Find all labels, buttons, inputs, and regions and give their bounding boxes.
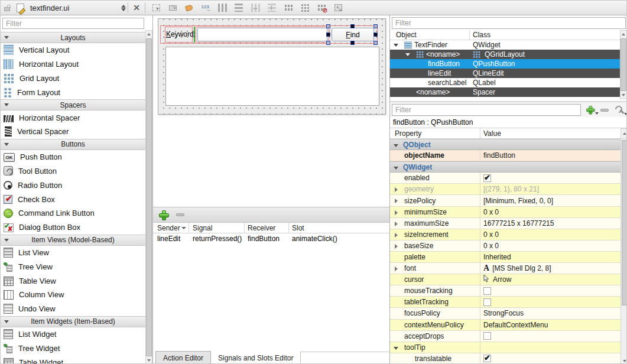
widget-box-scrollbar-thumb[interactable] bbox=[146, 38, 152, 356]
object-inspector-row-findButton[interactable]: findButtonQPushButton bbox=[390, 59, 620, 69]
widget-box-section-item-views-model-based-[interactable]: Item Views (Model-Based) bbox=[1, 235, 145, 246]
expand-arrow-icon[interactable] bbox=[395, 199, 398, 203]
collapse-arrow-icon[interactable] bbox=[394, 144, 398, 147]
edit-signals-slots-icon[interactable] bbox=[167, 2, 178, 14]
property-row-qobject[interactable]: QObject bbox=[390, 139, 620, 150]
widget-box-scrollbar[interactable] bbox=[145, 30, 152, 364]
selection-handle[interactable] bbox=[373, 41, 378, 45]
layout-vertical-splitter-icon[interactable] bbox=[266, 2, 278, 14]
scroll-down-icon[interactable] bbox=[620, 92, 626, 99]
expand-arrow-icon[interactable] bbox=[395, 244, 398, 249]
spin-up-icon[interactable] bbox=[121, 5, 126, 8]
property-value[interactable] bbox=[483, 174, 491, 182]
property-row-enabled[interactable]: enabled bbox=[390, 173, 620, 184]
object-inspector-row-noname[interactable]: <noname>Spacer bbox=[390, 87, 620, 97]
add-connection-button[interactable] bbox=[158, 210, 168, 220]
widget-box-item-list-widget[interactable]: List Widget bbox=[1, 327, 145, 342]
collapse-arrow-icon[interactable] bbox=[394, 167, 398, 170]
property-value[interactable]: Inherited bbox=[483, 253, 511, 261]
widget-box-item-dialog-button-box[interactable]: Dialog Button Box bbox=[1, 220, 145, 235]
expand-arrow-icon[interactable] bbox=[395, 266, 398, 271]
scroll-down-icon[interactable] bbox=[622, 358, 627, 364]
column-divider[interactable] bbox=[480, 128, 480, 138]
property-value[interactable]: StrongFocus bbox=[483, 309, 524, 317]
selection-handle[interactable] bbox=[326, 24, 330, 28]
remove-dynamic-property-button[interactable] bbox=[600, 109, 609, 112]
property-editor-scrollbar[interactable] bbox=[620, 139, 627, 364]
object-inspector-row-lineEdit[interactable]: lineEditQLineEdit bbox=[390, 69, 620, 78]
selection-handle[interactable] bbox=[373, 32, 378, 37]
tab-signals-and-slots-editor[interactable]: Signals and Slots Editor bbox=[211, 351, 300, 364]
property-row-mousetracking[interactable]: mouseTracking bbox=[390, 285, 620, 297]
widget-box-filter-input[interactable] bbox=[2, 18, 144, 29]
widget-box-item-vertical-spacer[interactable]: Vertical Spacer bbox=[1, 125, 145, 139]
spin-down-icon[interactable] bbox=[121, 8, 126, 11]
property-value[interactable]: [Minimum, Fixed, 0, 0] bbox=[483, 197, 553, 205]
widget-box-section-layouts[interactable]: Layouts bbox=[1, 32, 145, 43]
property-row-focuspolicy[interactable]: focusPolicyStrongFocus bbox=[390, 308, 620, 319]
widget-box-item-tree-view[interactable]: Tree View bbox=[1, 259, 145, 274]
widget-box-item-tool-button[interactable]: Tool Button bbox=[1, 164, 145, 178]
widget-box-item-undo-view[interactable]: Undo View bbox=[1, 302, 145, 316]
widget-box-item-command-link-button[interactable]: Command Link Button bbox=[1, 206, 145, 220]
property-row-qwidget[interactable]: QWidget bbox=[390, 161, 620, 173]
expand-arrow-icon[interactable] bbox=[394, 44, 398, 47]
property-row-acceptdrops[interactable]: acceptDrops bbox=[390, 331, 620, 342]
widget-box-item-tree-widget[interactable]: Tree Widget bbox=[1, 341, 145, 355]
lock-icon[interactable] bbox=[1, 2, 13, 14]
expand-arrow-icon[interactable] bbox=[395, 187, 398, 192]
object-inspector-row-TextFinder[interactable]: TextFinderQWidget bbox=[390, 40, 620, 50]
widget-box-section-item-widgets-item-based-[interactable]: Item Widgets (Item-Based) bbox=[1, 316, 145, 327]
add-dynamic-property-button[interactable] bbox=[585, 105, 595, 115]
signals-column-header-signal[interactable]: Signal bbox=[193, 224, 212, 232]
signals-cell[interactable]: lineEdit bbox=[157, 235, 180, 243]
property-scroll-up-icon[interactable] bbox=[620, 128, 627, 139]
adjust-size-icon[interactable] bbox=[332, 2, 344, 14]
property-value[interactable]: Arrow bbox=[483, 275, 511, 284]
column-divider[interactable] bbox=[244, 223, 245, 233]
property-column-header[interactable]: Property bbox=[395, 129, 421, 138]
property-row-contextmenupolicy[interactable]: contextMenuPolicyDefaultContextMenu bbox=[390, 320, 620, 331]
signals-cell[interactable]: returnPressed() bbox=[193, 235, 242, 243]
property-value[interactable]: 0 x 0 bbox=[483, 208, 499, 216]
scroll-up-icon[interactable] bbox=[146, 31, 152, 38]
column-divider[interactable] bbox=[469, 30, 470, 40]
signals-cell[interactable]: animateClick() bbox=[292, 235, 337, 243]
layout-horizontal-splitter-icon[interactable] bbox=[249, 2, 261, 14]
tab-action-editor[interactable]: Action Editor bbox=[155, 351, 211, 364]
selection-handle[interactable] bbox=[350, 24, 355, 28]
value-column-header[interactable]: Value bbox=[483, 129, 501, 138]
sort-arrow-icon[interactable] bbox=[181, 227, 186, 229]
signals-cell[interactable]: findButton bbox=[248, 235, 280, 243]
widget-box-item-table-view[interactable]: Table View bbox=[1, 274, 145, 288]
property-value[interactable] bbox=[483, 355, 491, 362]
widget-box-item-table-widget[interactable]: Table Widget bbox=[1, 355, 145, 364]
expand-arrow-icon[interactable] bbox=[395, 222, 398, 226]
signals-column-header-receiver[interactable]: Receiver bbox=[248, 224, 275, 232]
widget-box-item-horizontal-spacer[interactable]: Horizontal Spacer bbox=[1, 110, 145, 125]
object-inspector-filter-input[interactable] bbox=[392, 17, 626, 29]
column-divider[interactable] bbox=[189, 223, 189, 233]
checkbox-unchecked-icon[interactable] bbox=[483, 287, 491, 295]
object-column-header[interactable]: Object bbox=[396, 31, 417, 39]
break-layout-icon[interactable] bbox=[316, 2, 327, 14]
property-filter-input[interactable] bbox=[392, 104, 581, 116]
property-row-palette[interactable]: paletteInherited bbox=[390, 252, 620, 263]
object-inspector-scrollbar-thumb[interactable] bbox=[620, 38, 626, 91]
edit-document-icon[interactable] bbox=[14, 2, 26, 14]
property-row-geometry[interactable]: geometry[(279, 1), 80 x 21] bbox=[390, 184, 620, 195]
property-row-cursor[interactable]: cursorArrow bbox=[390, 274, 620, 285]
property-row-maximumsize[interactable]: maximumSize16777215 x 16777215 bbox=[390, 218, 620, 229]
object-inspector-scrollbar[interactable] bbox=[620, 30, 627, 99]
widget-box-item-check-box[interactable]: Check Box bbox=[1, 192, 145, 206]
property-row-font[interactable]: fontA[MS Shell Dlg 2, 8] bbox=[390, 263, 620, 274]
object-inspector-row-searchLabel[interactable]: searchLabelQLabel bbox=[390, 78, 620, 87]
layout-vertically-icon[interactable] bbox=[233, 2, 245, 14]
property-value[interactable] bbox=[483, 287, 491, 295]
property-row-objectname[interactable]: objectNamefindButton bbox=[390, 150, 620, 161]
widget-box-item-push-button[interactable]: OKPush Button bbox=[1, 150, 145, 164]
property-value[interactable]: 0 x 0 bbox=[483, 242, 499, 250]
property-value[interactable]: 0 x 0 bbox=[483, 230, 499, 239]
property-value[interactable] bbox=[483, 298, 491, 306]
checkbox-unchecked-icon[interactable] bbox=[483, 298, 491, 306]
